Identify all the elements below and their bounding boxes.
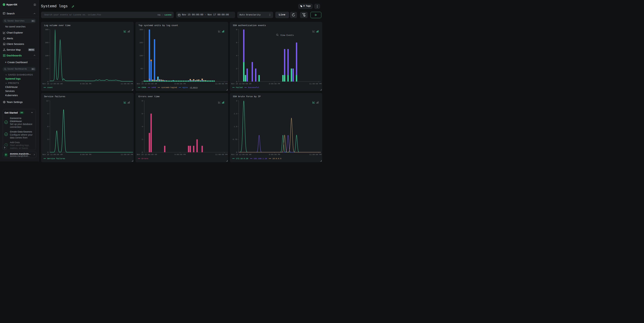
svg-text:Nov 15 12:00:00 AM: Nov 15 12:00:00 AM	[137, 154, 157, 156]
svg-text:Errors: Errors	[142, 158, 148, 160]
svg-text:9:00:00 PM: 9:00:00 PM	[80, 83, 91, 85]
svg-text:9:00:00 PM: 9:00:00 PM	[174, 154, 186, 156]
svg-text:0: 0	[142, 81, 143, 83]
svg-text:10.0.0.5: 10.0.0.5	[272, 158, 282, 160]
svg-text:+3 more: +3 more	[190, 87, 198, 89]
svg-text:11:00:00 PM: 11:00:00 PM	[215, 83, 228, 85]
svg-text:Log volume over time: Log volume over time	[44, 24, 70, 27]
svg-text:380: 380	[45, 29, 48, 31]
svg-text:9:00:00 PM: 9:00:00 PM	[269, 154, 280, 156]
svg-text:count: count	[47, 87, 53, 89]
svg-text:Nov 15 12:00:00 AM: Nov 15 12:00:00 AM	[42, 154, 62, 156]
svg-text:6: 6	[236, 42, 237, 44]
svg-text:9:00:00 PM: 9:00:00 PM	[174, 83, 186, 85]
svg-text:95: 95	[46, 68, 48, 70]
svg-text:Errors over time: Errors over time	[138, 95, 160, 98]
svg-text:2: 2	[142, 138, 143, 141]
svg-text:11:00:00 PM: 11:00:00 PM	[309, 154, 322, 156]
svg-text:6: 6	[47, 126, 48, 128]
svg-text:11:00:00 PM: 11:00:00 PM	[120, 83, 133, 85]
svg-text:Service failures: Service failures	[47, 158, 65, 160]
svg-text:0: 0	[47, 81, 48, 83]
svg-text:11:00:00 PM: 11:00:00 PM	[215, 154, 228, 156]
svg-text:6: 6	[142, 113, 143, 115]
svg-text:8: 8	[142, 100, 143, 102]
svg-text:Nov 15 12:00:00 AM: Nov 15 12:00:00 AM	[42, 83, 62, 85]
svg-text:sshd: sshd	[151, 87, 156, 89]
svg-text:285: 285	[45, 42, 48, 44]
svg-text:1.5: 1.5	[234, 126, 237, 128]
svg-text:Top systemd units by log count: Top systemd units by log count	[138, 24, 178, 27]
svg-text:Nov 15 12:00:00 AM: Nov 15 12:00:00 AM	[137, 83, 157, 85]
svg-text:3: 3	[47, 138, 48, 141]
svg-text:0: 0	[236, 151, 237, 153]
svg-text:2: 2	[236, 68, 237, 70]
svg-text:CRON: CRON	[142, 87, 146, 89]
svg-text:2.3: 2.3	[234, 113, 237, 115]
svg-text:Failed: Failed	[236, 87, 243, 89]
svg-text:285: 285	[139, 42, 143, 44]
svg-text:0: 0	[236, 81, 237, 83]
svg-text:4: 4	[236, 55, 237, 57]
svg-text:190: 190	[45, 55, 48, 57]
svg-text:Nov 15 12:00:00 AM: Nov 15 12:00:00 AM	[231, 83, 251, 85]
svg-text:11:00:00 PM: 11:00:00 PM	[309, 83, 322, 85]
svg-text:systemd-logind: systemd-logind	[161, 87, 177, 89]
svg-text:0: 0	[142, 151, 143, 153]
svg-text:11:00:00 PM: 11:00:00 PM	[120, 154, 133, 156]
svg-text:192.168.1.10: 192.168.1.10	[254, 158, 267, 160]
svg-text:3: 3	[236, 100, 237, 102]
svg-text:Service failures: Service failures	[44, 95, 65, 98]
svg-text:8: 8	[236, 29, 237, 31]
svg-text:SSH authentication events: SSH authentication events	[233, 24, 266, 27]
svg-text:172.16.0.20: 172.16.0.20	[236, 158, 248, 160]
svg-text:Nov 15 12:00:00 AM: Nov 15 12:00:00 AM	[231, 154, 251, 156]
svg-text:380: 380	[139, 29, 143, 31]
svg-text:95: 95	[140, 68, 143, 70]
svg-text:View Events: View Events	[280, 34, 294, 37]
svg-text:Successful: Successful	[248, 87, 259, 89]
svg-text:190: 190	[139, 55, 143, 57]
svg-text:9:00:00 PM: 9:00:00 PM	[269, 83, 280, 85]
svg-text:SSH brute force by IP: SSH brute force by IP	[233, 95, 260, 98]
svg-text:9:00:00 PM: 9:00:00 PM	[80, 154, 91, 156]
svg-text:9: 9	[47, 113, 48, 115]
svg-text:nginx: nginx	[182, 87, 188, 89]
svg-text:0.75: 0.75	[233, 138, 237, 141]
svg-text:0: 0	[47, 151, 48, 153]
svg-text:12: 12	[46, 100, 48, 102]
svg-text:4: 4	[142, 126, 143, 128]
